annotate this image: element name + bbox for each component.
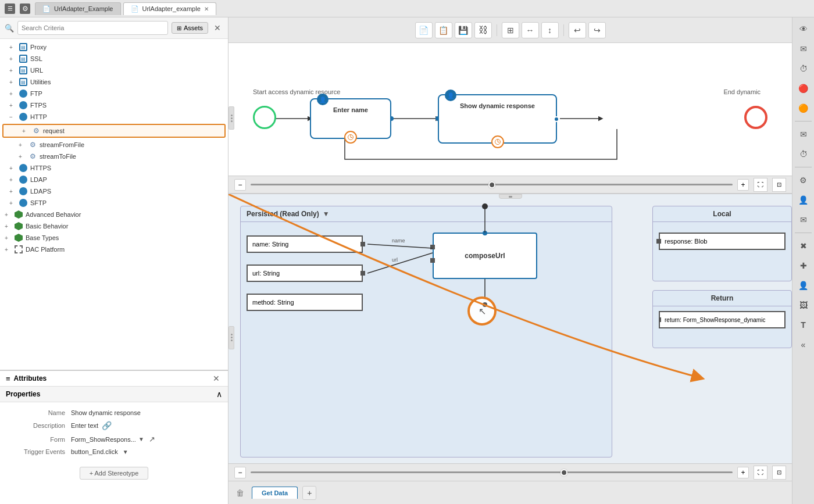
- canvas-toolbar: 📄 📋 💾 ⛓ ⊞ ↔ ↕ ↩ ↪: [229, 17, 792, 43]
- sidebar-visibility-icon[interactable]: 👁: [795, 21, 812, 37]
- properties-content: Name Show dynamic response Description E…: [0, 402, 228, 462]
- tree-item-streamfromfile[interactable]: + ⚙ streamFromFile: [0, 139, 228, 151]
- zoom-minus-lower[interactable]: −: [234, 467, 246, 478]
- toolbar-link-button[interactable]: ⛓: [474, 22, 492, 38]
- tree-item-advanced-behavior[interactable]: + Advanced Behavior: [0, 209, 228, 220]
- tree-item-proxy[interactable]: + ▤ Proxy: [0, 41, 228, 53]
- lower-zoom-bar: − + ⛶ ⊡: [229, 463, 792, 481]
- sidebar-close-icon[interactable]: ✖: [795, 238, 812, 254]
- name-string-box[interactable]: name: String: [247, 235, 363, 253]
- sidebar-mail3-icon[interactable]: ✉: [795, 212, 812, 228]
- tree-item-utilities[interactable]: + ▤ Utilities: [0, 76, 228, 88]
- search-input[interactable]: [17, 21, 168, 35]
- link-icon[interactable]: 🔗: [102, 421, 112, 430]
- url-string-box[interactable]: url: String: [247, 264, 363, 282]
- trigger-dropdown-icon[interactable]: ▼: [123, 449, 128, 455]
- add-stereotype-button[interactable]: + Add Stereotype: [80, 467, 149, 480]
- sidebar-text-icon[interactable]: T: [795, 317, 812, 333]
- end-node[interactable]: [744, 106, 767, 129]
- menu-icon[interactable]: ☰: [5, 3, 15, 14]
- tree-item-request[interactable]: + ⚙ request: [2, 124, 226, 138]
- tab-urladapter-example-1[interactable]: 📄 UrlAdapter_Example: [35, 2, 121, 15]
- method-string-box[interactable]: method: String: [247, 294, 363, 311]
- sidebar-collapse-icon[interactable]: «: [795, 337, 812, 353]
- toolbar-save-button[interactable]: 💾: [455, 22, 472, 38]
- get-data-tab[interactable]: Get Data: [252, 487, 298, 499]
- right-sidebar: 👁 ✉ ⏱ 🔴 🟠 ✉ ⏱ ⚙ 👤 ✉ ✖ ✚ 👤 🖼 T «: [792, 17, 814, 504]
- sidebar-separator-3: [795, 233, 812, 233]
- sidebar-settings-icon[interactable]: ⚙: [795, 172, 812, 188]
- form-dropdown-icon[interactable]: ▼: [138, 436, 144, 442]
- square-icon: ▤: [19, 42, 28, 52]
- tree-item-ldaps[interactable]: + LDAPS: [0, 185, 228, 197]
- toolbar-align-h-button[interactable]: ↔: [522, 22, 539, 38]
- drag-handle[interactable]: [229, 106, 234, 130]
- sidebar-image-icon[interactable]: 🖼: [795, 297, 812, 313]
- zoom-plus-upper[interactable]: +: [737, 179, 749, 191]
- zoom-plus-lower[interactable]: +: [737, 467, 749, 478]
- compose-url-node[interactable]: composeUrl: [433, 233, 537, 279]
- local-response-box[interactable]: response: Blob: [659, 233, 786, 250]
- tab-delete-button[interactable]: 🗑: [233, 486, 247, 500]
- compose-left-in-2: [430, 258, 435, 263]
- upper-zoom-bar: − + ⛶ ⊡: [229, 176, 792, 193]
- tab-urladapter-example-2[interactable]: 📄 UrlAdapter_example ✕: [123, 2, 216, 15]
- zoom-handle-upper[interactable]: [488, 181, 495, 188]
- sidebar-circle-red-icon[interactable]: 🔴: [795, 80, 812, 96]
- zoom-fullscreen-lower[interactable]: ⊡: [772, 466, 786, 480]
- tree-item-dac-platform[interactable]: + DAC Platform: [0, 244, 228, 255]
- zoom-expand-lower[interactable]: ⛶: [754, 466, 767, 480]
- toolbar-align-v-button[interactable]: ↕: [541, 22, 559, 38]
- tree-item-https[interactable]: + HTTPS: [0, 162, 228, 174]
- start-node[interactable]: [253, 106, 276, 129]
- form-external-link-icon[interactable]: ↗: [149, 435, 155, 444]
- zoom-minus-upper[interactable]: −: [234, 179, 246, 191]
- drag-handle-left[interactable]: [229, 326, 234, 349]
- sidebar-add-icon[interactable]: ✚: [795, 258, 812, 274]
- show-dynamic-response-task[interactable]: 👤 Show dynamic response: [438, 94, 557, 144]
- enter-name-task[interactable]: 👤 Enter name: [310, 98, 391, 139]
- attributes-close-button[interactable]: ✕: [210, 374, 222, 383]
- sidebar-mail2-icon[interactable]: ✉: [795, 126, 812, 142]
- zoom-expand-upper[interactable]: ⛶: [754, 178, 767, 192]
- upper-canvas[interactable]: Start access dynamic resource End dynami…: [229, 43, 792, 194]
- svg-text:name: name: [392, 238, 405, 244]
- zoom-fullscreen-upper[interactable]: ⊡: [772, 178, 786, 192]
- lower-canvas[interactable]: Persisted (Read Only) ▼ name: String url…: [229, 194, 792, 481]
- tree-item-http[interactable]: − HTTP: [0, 111, 228, 123]
- timer-icon-1: [344, 131, 357, 144]
- toolbar-undo-button[interactable]: ↩: [569, 22, 586, 38]
- zoom-handle-lower[interactable]: [560, 469, 567, 476]
- sidebar-clock-icon[interactable]: ⏱: [795, 60, 812, 77]
- sidebar-circle-orange-icon[interactable]: 🟠: [795, 100, 812, 116]
- assets-button[interactable]: ⊞ Assets: [172, 22, 208, 34]
- tree-item-ssl[interactable]: + ▤ SSL: [0, 53, 228, 65]
- tree-item-ftps[interactable]: + FTPS: [0, 99, 228, 111]
- timer-icon-2: [491, 135, 504, 148]
- svg-text:url: url: [392, 257, 398, 263]
- sidebar-user-icon[interactable]: 👤: [795, 192, 812, 208]
- tree-item-ldap[interactable]: + LDAP: [0, 174, 228, 185]
- toolbar-new-button[interactable]: 📄: [415, 22, 433, 38]
- sidebar-history-icon[interactable]: ⏱: [795, 146, 812, 162]
- tree-item-url[interactable]: + ▤ URL: [0, 65, 228, 76]
- add-tab-button[interactable]: +: [302, 486, 316, 500]
- toolbar-grid-button[interactable]: ⊞: [502, 22, 519, 38]
- tab-close-icon[interactable]: ✕: [204, 6, 209, 12]
- dropdown-icon[interactable]: ▼: [323, 210, 330, 218]
- tree-item-ftp[interactable]: + FTP: [0, 88, 228, 99]
- tree-item-basic-behavior[interactable]: + Basic Behavior: [0, 220, 228, 232]
- tree-item-streamtofile[interactable]: + ⚙ streamToFile: [0, 151, 228, 162]
- sidebar-user2-icon[interactable]: 👤: [795, 277, 812, 294]
- drag-handle-top[interactable]: [499, 194, 522, 199]
- persisted-header: Persisted (Read Only) ▼: [241, 206, 612, 222]
- toolbar-redo-button[interactable]: ↪: [588, 22, 606, 38]
- sidebar-mail-icon[interactable]: ✉: [795, 41, 812, 57]
- settings-icon[interactable]: ⚙: [20, 3, 30, 14]
- assets-close-button[interactable]: ✕: [212, 23, 223, 33]
- toolbar-copy-button[interactable]: 📋: [435, 22, 452, 38]
- return-field-box[interactable]: return: Form_ShowResponse_dynamic: [659, 311, 786, 328]
- properties-collapse-icon[interactable]: ∧: [216, 389, 222, 399]
- tree-item-sftp[interactable]: + SFTP: [0, 197, 228, 209]
- tree-item-base-types[interactable]: + Base Types: [0, 232, 228, 244]
